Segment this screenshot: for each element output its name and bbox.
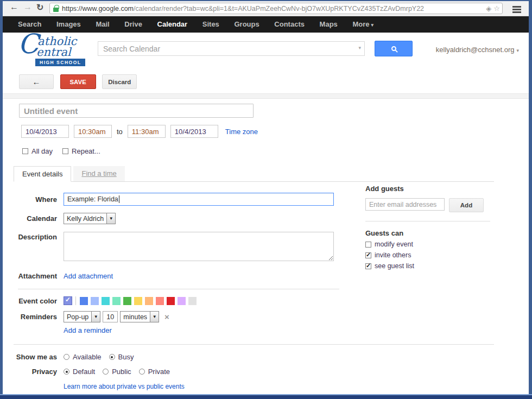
all-day-label: All day (31, 147, 53, 155)
browser-menu-icon[interactable] (512, 6, 521, 8)
event-editor-page: ← SAVE Discard to Time zone All day Repe… (3, 69, 529, 394)
add-reminder-row: Add a reminder (3, 326, 529, 334)
reminder-minutes-input[interactable] (103, 311, 118, 322)
color-swatch-blue[interactable] (80, 297, 88, 305)
browser-toolbar: ← → ↻ https://www.google.com/calendar/re… (3, 1, 529, 16)
public-label: Public (112, 368, 131, 376)
where-input[interactable]: Example: Florida (64, 193, 334, 206)
start-time-input[interactable] (74, 125, 112, 138)
account-menu[interactable]: kellyaldrich@cchsnet.org▾ (436, 46, 519, 54)
gbar-item-sites[interactable]: Sites (196, 16, 226, 33)
gbar-item-groups[interactable]: Groups (227, 16, 265, 33)
reminder-method-select[interactable]: Pop-up ▼ (64, 311, 100, 322)
attachment-label: Attachment (3, 272, 64, 280)
gbar-item-calendar[interactable]: Calendar (151, 16, 194, 33)
browser-forward-icon[interactable]: → (23, 2, 32, 12)
color-swatch-purple[interactable] (178, 297, 186, 305)
guests-can-heading: Guests can (365, 229, 495, 237)
section-divider (14, 344, 494, 345)
selected-color-swatch[interactable] (64, 296, 72, 305)
calendar-search-input[interactable] (98, 41, 365, 56)
discard-button[interactable]: Discard (102, 74, 137, 89)
url-bar[interactable]: https://www.google.com/calendar/render?t… (49, 3, 503, 14)
color-swatch-lavender[interactable] (91, 297, 99, 305)
https-lock-icon (53, 8, 59, 12)
start-date-input[interactable] (21, 125, 69, 138)
show-me-as-row: Show me as Available Busy (3, 353, 529, 361)
color-swatch-salmon[interactable] (156, 297, 164, 305)
modify-event-checkbox[interactable] (365, 242, 371, 248)
guest-email-input[interactable] (365, 198, 445, 211)
tab-event-details[interactable]: Event details (14, 166, 71, 182)
color-swatch-green[interactable] (123, 297, 131, 305)
learn-more-row: Learn more about private vs public event… (3, 383, 529, 390)
color-swatch-yellow[interactable] (134, 297, 142, 305)
available-radio[interactable] (64, 354, 69, 360)
add-guest-button[interactable]: Add (449, 198, 484, 212)
end-date-input[interactable] (170, 125, 218, 138)
app-header: C atholic entral HIGH SCHOOL ▾ kellyaldr… (3, 33, 529, 69)
save-button[interactable]: SAVE (60, 74, 96, 89)
color-swatch-turquoise[interactable] (102, 297, 110, 305)
gbar-item-contacts[interactable]: Contacts (268, 16, 311, 33)
add-attachment-link[interactable]: Add attachment (64, 272, 113, 280)
description-label: Description (3, 232, 64, 241)
bookmark-star-icon[interactable]: ☆ (493, 4, 500, 12)
gbar-item-mail[interactable]: Mail (89, 16, 116, 33)
gbar-item-maps[interactable]: Maps (313, 16, 344, 33)
time-zone-link[interactable]: Time zone (225, 128, 258, 136)
browser-reload-icon[interactable]: ↻ (36, 2, 43, 12)
school-logo[interactable]: C atholic entral HIGH SCHOOL (18, 34, 95, 67)
gbar-item-images[interactable]: Images (50, 16, 87, 33)
search-options-caret-icon[interactable]: ▾ (358, 45, 361, 50)
select-arrow-icon: ▼ (150, 312, 159, 322)
busy-radio[interactable] (109, 354, 115, 360)
color-swatch-mint[interactable] (112, 297, 121, 305)
see-guest-list-checkbox[interactable] (365, 263, 371, 269)
chevron-down-icon: ▾ (371, 22, 374, 28)
search-button[interactable] (375, 41, 413, 56)
back-button[interactable]: ← (19, 74, 54, 89)
end-time-input[interactable] (128, 125, 166, 138)
calendar-select[interactable]: Kelly Aldrich ▼ (64, 213, 116, 224)
description-textarea[interactable] (64, 232, 334, 261)
reminders-label: Reminders (3, 313, 64, 321)
public-radio[interactable] (103, 369, 109, 375)
privacy-row: Privacy Default Public Private (3, 368, 529, 376)
url-text: https://www.google.com/calendar/render?t… (62, 5, 484, 12)
see-guest-list-label: see guest list (375, 262, 414, 270)
to-label: to (117, 128, 123, 136)
remove-reminder-icon[interactable]: × (164, 312, 169, 321)
guest-option-row: see guest list (365, 262, 495, 270)
color-swatch-red[interactable] (167, 297, 175, 305)
tab-find-a-time[interactable]: Find a time (73, 166, 124, 181)
reminder-unit-select[interactable]: minutes ▼ (120, 311, 159, 322)
invite-others-checkbox[interactable] (365, 252, 371, 258)
color-swatch-orange[interactable] (145, 297, 153, 305)
color-swatch-gray[interactable] (188, 297, 197, 305)
gbar-item-drive[interactable]: Drive (118, 16, 149, 33)
add-reminder-link[interactable]: Add a reminder (64, 326, 112, 334)
private-radio[interactable] (139, 369, 145, 375)
default-radio[interactable] (64, 369, 69, 375)
extension-widget-icon[interactable]: ◈ (486, 4, 491, 12)
toolbar-separator (3, 93, 529, 99)
all-day-checkbox[interactable] (22, 148, 28, 154)
account-caret-icon: ▾ (516, 48, 519, 53)
where-label: Where (3, 195, 64, 204)
busy-label: Busy (118, 353, 134, 361)
swatch-divider (75, 296, 76, 305)
browser-back-icon[interactable]: ← (10, 2, 18, 12)
all-day-repeat-row: All day Repeat... (22, 147, 529, 155)
event-title-input[interactable] (19, 104, 254, 118)
repeat-checkbox[interactable] (62, 148, 68, 154)
google-nav-bar: Search Images Mail Drive Calendar Sites … (3, 16, 529, 33)
event-color-row: Event color (3, 296, 529, 305)
guest-option-row: invite others (365, 251, 495, 259)
add-guests-heading: Add guests (365, 185, 495, 193)
learn-more-link[interactable]: Learn more about private vs public event… (64, 383, 185, 390)
date-time-row: to Time zone (21, 125, 529, 138)
modify-event-label: modify event (375, 240, 413, 248)
select-arrow-icon: ▼ (106, 213, 115, 224)
gbar-item-more[interactable]: More▾ (346, 16, 380, 33)
